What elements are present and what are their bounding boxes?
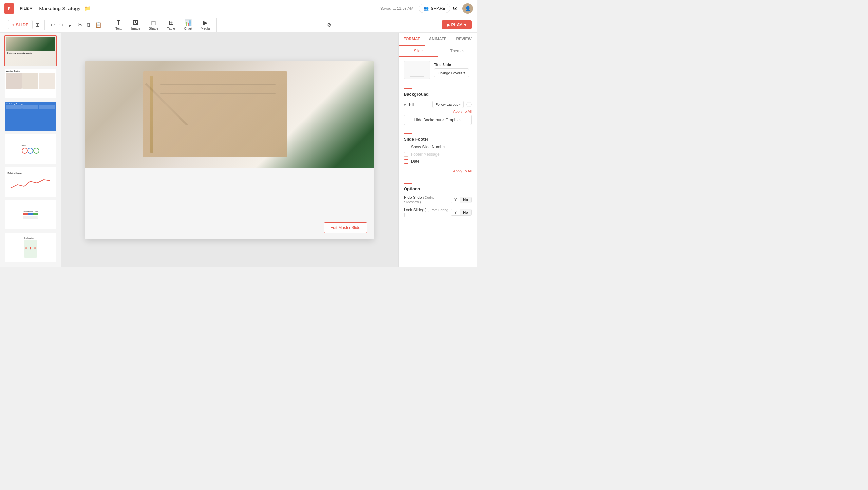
insert-text-button[interactable]: T Text <box>111 18 127 32</box>
footer-message-row: Footer Message <box>404 152 472 157</box>
subtab-themes[interactable]: Themes <box>438 46 477 57</box>
section-accent <box>404 88 412 89</box>
hide-slide-yes-option[interactable]: Y <box>451 197 460 203</box>
slide-thumb-wrapper-6: 6 Simple Pricing Table <box>4 199 57 230</box>
insert-shape-button[interactable]: ◻ Shape <box>145 18 162 32</box>
panel-tabs: FORMAT ANIMATE REVIEW <box>399 33 477 46</box>
fill-label: Fill <box>409 102 430 107</box>
share-button[interactable]: 👥 SHARE <box>418 4 451 13</box>
insert-image-button[interactable]: 🖼 Image <box>127 18 145 32</box>
right-panel: FORMAT ANIMATE REVIEW Slide Themes Title… <box>398 33 477 267</box>
date-checkbox[interactable] <box>404 159 408 164</box>
layout-preview: Title Slide Change Layout ▾ <box>399 57 477 83</box>
insert-chart-button[interactable]: 📊 Chart <box>180 18 196 32</box>
change-layout-button[interactable]: Change Layout ▾ <box>434 68 469 77</box>
fill-color-picker[interactable] <box>466 102 472 107</box>
folder-icon: 📁 <box>84 5 91 11</box>
undo-button[interactable]: ↩ <box>49 20 57 30</box>
hide-background-graphics-button[interactable]: Hide Background Graphics <box>404 115 472 125</box>
text-icon: T <box>117 19 120 26</box>
slide-thumb-1[interactable]: State your marketing goals <box>4 35 57 66</box>
slide-canvas[interactable]: Edit Master Slide <box>86 61 374 239</box>
canvas-area: Edit Master Slide <box>61 33 398 267</box>
apply-to-all-footer-row: Apply To All <box>404 166 472 175</box>
slide-panel: 1 State your marketing goals 2 Ma <box>0 33 61 267</box>
background-section: Background ▶ Fill Follow Layout ▾ Apply … <box>399 85 477 129</box>
slide-footer-section: Slide Footer Show Slide Number Footer Me… <box>399 129 477 179</box>
insert-media-button[interactable]: ▶ Media <box>197 18 214 32</box>
toolbar: + SLIDE ⊞ ↩ ↪ 🖌 ✂ ⧉ 📋 T Text 🖼 Image ◻ S… <box>0 17 477 33</box>
lock-slides-no-option[interactable]: No <box>460 209 471 215</box>
subtab-slide[interactable]: Slide <box>399 46 438 57</box>
tab-format[interactable]: FORMAT <box>399 33 425 46</box>
options-section: Options Hide Slide ( During Slideshow ) … <box>399 179 477 224</box>
templates-button[interactable]: Templates New <box>10 265 50 267</box>
footer-message-checkbox[interactable] <box>404 152 408 157</box>
format-painter-button[interactable]: 🖌 <box>66 20 75 30</box>
slide-background-image <box>86 61 374 168</box>
slide-thumb-3[interactable]: Marketing Strategy <box>4 101 57 132</box>
slide-thumb-2[interactable]: Marketing Strategy <box>4 68 57 99</box>
slide-thumb-wrapper-4: 4 Stats <box>4 134 57 164</box>
format-subtabs: Slide Themes <box>399 46 477 57</box>
lock-slides-row: Lock Slide(s) ( From Editing ) Y No <box>404 208 472 217</box>
date-row: Date <box>404 159 472 164</box>
slide-thumb-wrapper-5: 5 Marketing Strategy <box>4 166 57 197</box>
options-section-accent <box>404 183 412 184</box>
insert-table-button[interactable]: ⊞ Table <box>163 18 179 32</box>
doc-title: Marketing Strategy <box>39 6 80 11</box>
cut-button[interactable]: ✂ <box>76 20 84 30</box>
fill-row: ▶ Fill Follow Layout ▾ <box>404 100 472 108</box>
hide-slide-label: Hide Slide ( During Slideshow ) <box>404 195 449 204</box>
file-menu[interactable]: FILE ▾ <box>17 5 35 12</box>
grid-view-button[interactable]: ⊞ <box>33 20 41 30</box>
slide-thumb-7[interactable]: Our Locations 📍 📍 📍 <box>4 232 57 263</box>
footer-section-accent <box>404 133 412 134</box>
slide-footer-title: Slide Footer <box>404 136 472 142</box>
background-section-title: Background <box>404 92 472 97</box>
table-icon: ⊞ <box>169 19 174 26</box>
saved-status: Saved at 11:58 AM <box>380 6 413 11</box>
copy-button[interactable]: ⧉ <box>85 20 92 30</box>
title-slide-label: Title Slide <box>434 63 469 66</box>
hide-slide-no-option[interactable]: No <box>460 197 471 203</box>
user-avatar[interactable]: 👤 <box>463 3 473 14</box>
lock-slides-toggle[interactable]: Y No <box>451 209 472 216</box>
main-layout: 1 State your marketing goals 2 Ma <box>0 33 477 267</box>
image-icon: 🖼 <box>133 19 138 26</box>
top-bar: P FILE ▾ Marketing Strategy 📁 Saved at 1… <box>0 0 477 17</box>
follow-layout-select[interactable]: Follow Layout ▾ <box>432 100 464 108</box>
chart-icon: 📊 <box>184 19 192 26</box>
slide-thumb-wrapper-2: 2 Marketing Strategy <box>4 68 57 99</box>
options-title: Options <box>404 186 472 191</box>
apply-to-all-bg-link[interactable]: Apply To All <box>404 108 472 113</box>
media-icon: ▶ <box>203 19 208 26</box>
slide-controls: + SLIDE ⊞ <box>5 20 44 30</box>
add-slide-button[interactable]: + SLIDE <box>8 20 33 29</box>
lock-slides-label: Lock Slide(s) ( From Editing ) <box>404 208 449 217</box>
date-label: Date <box>411 159 419 164</box>
footer-message-label: Footer Message <box>411 152 440 157</box>
apply-to-all-footer-link[interactable]: Apply To All <box>453 168 472 173</box>
show-slide-number-checkbox[interactable] <box>404 145 408 149</box>
fill-expand-icon[interactable]: ▶ <box>404 102 406 106</box>
shape-icon: ◻ <box>151 19 156 26</box>
tab-review[interactable]: REVIEW <box>451 33 477 46</box>
play-button[interactable]: ▶ PLAY ▾ <box>441 20 472 29</box>
slide-thumb-6[interactable]: Simple Pricing Table <box>4 199 57 230</box>
slide-thumb-5[interactable]: Marketing Strategy <box>4 166 57 197</box>
divider-1 <box>399 84 477 84</box>
redo-button[interactable]: ↪ <box>57 20 65 30</box>
show-slide-number-label: Show Slide Number <box>411 145 446 149</box>
tab-animate[interactable]: ANIMATE <box>425 33 451 46</box>
app-logo: P <box>4 3 14 14</box>
layout-thumbnail <box>404 61 430 79</box>
slide-thumb-4[interactable]: Stats <box>4 134 57 164</box>
settings-button[interactable]: ⚙ <box>325 20 334 30</box>
hide-slide-toggle[interactable]: Y No <box>451 196 472 203</box>
edit-master-slide-button[interactable]: Edit Master Slide <box>323 222 367 233</box>
lock-slides-yes-option[interactable]: Y <box>451 209 460 215</box>
insert-tools: T Text 🖼 Image ◻ Shape ⊞ Table 📊 Chart ▶… <box>108 18 217 32</box>
paste-button[interactable]: 📋 <box>93 20 103 30</box>
slide-thumb-wrapper-1: 1 State your marketing goals <box>4 35 57 66</box>
